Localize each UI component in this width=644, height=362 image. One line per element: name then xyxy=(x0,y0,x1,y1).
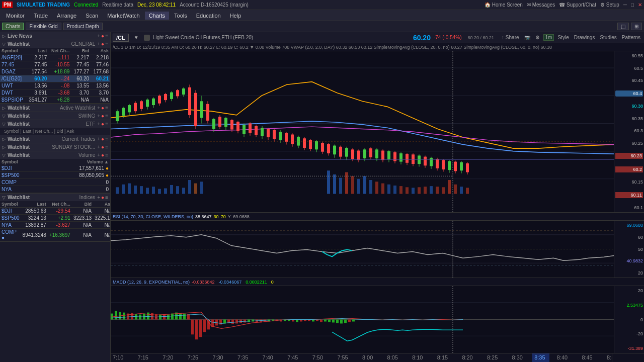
svg-rect-72 xyxy=(194,93,197,126)
table-row[interactable]: DGAZ177.54+18.89177.27177.68 xyxy=(0,68,110,75)
watchlist-general-header[interactable]: ▽ Watchlist GENERAL +●≡ xyxy=(0,40,110,48)
studies-btn[interactable]: Studies xyxy=(598,35,618,40)
svg-rect-66 xyxy=(176,90,179,96)
home-screen-link[interactable]: 🏠 Home Screen xyxy=(485,2,523,8)
menu-scan[interactable]: Scan xyxy=(82,12,102,20)
table-row[interactable]: 77.4577.45-10.5577.4577.46 xyxy=(0,61,110,68)
setup-link[interactable]: ⚙ Setup xyxy=(600,2,619,8)
svg-rect-14 xyxy=(164,189,167,194)
menu-trade[interactable]: Trade xyxy=(30,12,52,20)
camera-btn[interactable]: 📷 xyxy=(523,35,532,40)
topbar-icons: 🏠 Home Screen ✉ Messages ☎ Support/Chat … xyxy=(485,2,642,8)
symbol-box[interactable]: /CL xyxy=(113,34,129,42)
live-news-header[interactable]: ▷ Live News +●≡ xyxy=(0,32,110,40)
style-btn[interactable]: Style xyxy=(556,35,570,40)
macd-chart[interactable]: 20 2.53475 0 -20 -31.389 xyxy=(111,286,644,353)
main-chart-canvas[interactable]: 60.55 60.5 60.45 60.4 60.38 60.35 60.3 6… xyxy=(111,51,644,212)
table-row[interactable]: $SPSIOP3541.27+6.28N/AN/A xyxy=(0,97,110,104)
svg-text:8:30: 8:30 xyxy=(512,355,523,361)
svg-rect-50 xyxy=(128,105,131,112)
svg-rect-20 xyxy=(200,182,203,194)
macd-axis-label: -31.389 xyxy=(615,346,643,351)
menu-arrange[interactable]: Arrange xyxy=(53,12,80,20)
menu-tools[interactable]: Tools xyxy=(170,12,191,20)
menu-monitor[interactable]: Monitor xyxy=(2,12,29,20)
svg-rect-16 xyxy=(176,186,179,194)
col-bid: Bid xyxy=(71,48,91,54)
time-axis-svg: 7:10 7:15 7:20 7:25 7:30 7:35 7:40 7:45 … xyxy=(113,353,612,362)
svg-rect-86 xyxy=(236,122,239,131)
svg-rect-9 xyxy=(134,186,137,194)
table-row[interactable]: $SP5003224.13+2.913223.133225.19 xyxy=(0,215,111,222)
table-row[interactable]: $SP50088,050,905 ● xyxy=(0,172,110,179)
table-row[interactable]: $DJI17,557,611 ● xyxy=(0,165,110,172)
close-btn[interactable]: ✕ xyxy=(638,2,642,8)
menu-charts[interactable]: Charts xyxy=(145,12,169,20)
messages-link[interactable]: ✉ Messages xyxy=(527,2,555,8)
table-row[interactable]: NYA13892.87-3.627N/AN/A xyxy=(0,222,111,229)
patterns-btn[interactable]: Patterns xyxy=(620,35,642,40)
indices-header[interactable]: ▽ Watchlist Indices +●≡ xyxy=(0,194,110,201)
svg-rect-90 xyxy=(249,123,252,133)
layout-btn[interactable]: ⊞ xyxy=(631,23,642,30)
table-row[interactable]: COMP ●8941.3248+16.3697N/AN/A xyxy=(0,229,111,241)
share-btn[interactable]: ↑ Share xyxy=(500,35,520,40)
price-level: 60.5 xyxy=(615,66,643,71)
timeframe-btn[interactable]: 1m xyxy=(543,34,554,41)
support-link[interactable]: ☎ Support/Chat xyxy=(559,2,596,8)
swing-watchlist-header[interactable]: ▽ Watchlist SWING +●≡ xyxy=(0,112,110,120)
maximize-btn[interactable]: □ xyxy=(631,2,634,8)
col-netch: Net Ch... xyxy=(48,48,71,54)
price-level: 60.38 xyxy=(615,104,643,109)
minimize-btn[interactable]: ─ xyxy=(623,2,627,8)
svg-rect-36 xyxy=(418,187,421,194)
menu-education[interactable]: Education xyxy=(192,12,225,20)
table-row[interactable]: $DJI28550.63-29.54N/AN/A xyxy=(0,208,111,215)
macd-val3: 0.0002211 xyxy=(246,280,267,285)
table-row[interactable]: UWT13.56-.0813.5513.56 xyxy=(0,82,110,89)
settings-btn[interactable]: ⚙ xyxy=(534,35,541,40)
sunday-watchlist-header[interactable]: ▷ Watchlist SUNDAY STOCK... +●≡ xyxy=(0,143,110,151)
volume-section: ▽ Watchlist Volume +●≡ SymbolVolume ▲ $D… xyxy=(0,151,110,194)
volume-header[interactable]: ▽ Watchlist Volume +●≡ xyxy=(0,151,110,159)
drawings-btn[interactable]: Drawings xyxy=(573,35,597,40)
svg-rect-210 xyxy=(248,320,250,322)
current-trades-header[interactable]: ▷ Watchlist Current Trades +●≡ xyxy=(0,135,110,143)
svg-text:8:00: 8:00 xyxy=(362,355,373,361)
svg-rect-112 xyxy=(315,141,318,150)
svg-rect-230 xyxy=(328,320,331,322)
svg-rect-84 xyxy=(230,120,233,130)
etf-watchlist-header[interactable]: ▽ Watchlist ETF +●≡ xyxy=(0,120,110,128)
current-trades-section: ▷ Watchlist Current Trades +●≡ xyxy=(0,135,110,143)
symbol-name: Light Sweet Crude Oil Futures,ETH (FEB 2… xyxy=(153,35,410,40)
table-row[interactable]: COMP0 xyxy=(0,179,110,186)
svg-rect-226 xyxy=(312,320,314,322)
chart-info-text: /CL 1 D 1m D: 12/23/19 8:35 AM O: 60.26 … xyxy=(113,45,552,50)
price-level-red: 60.11 xyxy=(615,192,643,198)
table-row[interactable]: /NGF[20]2.217-.1112.2172.218 xyxy=(0,54,110,61)
svg-rect-162 xyxy=(466,163,469,172)
rsi-axis-label: 20 xyxy=(615,270,643,276)
col-last: Last xyxy=(26,48,49,54)
svg-rect-186 xyxy=(151,313,153,320)
svg-rect-233 xyxy=(340,320,343,324)
active-watchlist-header[interactable]: ▷ Watchlist Active Watchlist +●≡ xyxy=(0,104,110,112)
table-row[interactable]: NYA0 xyxy=(0,186,110,193)
price-level-red: 60.23 xyxy=(615,153,643,159)
menu-help[interactable]: Help xyxy=(226,12,246,20)
product-depth-btn[interactable]: Product Depth xyxy=(63,23,103,30)
svg-rect-42 xyxy=(454,185,457,194)
menu-marketwatch[interactable]: MarketWatch xyxy=(103,12,143,20)
table-row-active[interactable]: /CL[G20]60.20-.2460.2060.21 xyxy=(0,75,110,82)
svg-rect-58 xyxy=(152,99,155,105)
charts-btn[interactable]: Charts xyxy=(2,23,24,30)
price-level: 60.1 xyxy=(615,205,643,210)
svg-rect-102 xyxy=(285,133,288,142)
fullscreen-btn[interactable]: ⬚ xyxy=(617,23,629,30)
rsi-chart[interactable]: 69.0688 60 50 40.9832 20 xyxy=(111,221,644,278)
svg-rect-182 xyxy=(135,314,137,320)
flexible-grid-btn[interactable]: Flexible Grid xyxy=(26,23,61,30)
table-row[interactable]: DWT3.691-3.683.703.70 xyxy=(0,89,110,97)
svg-rect-229 xyxy=(324,320,327,322)
svg-rect-160 xyxy=(460,162,463,171)
